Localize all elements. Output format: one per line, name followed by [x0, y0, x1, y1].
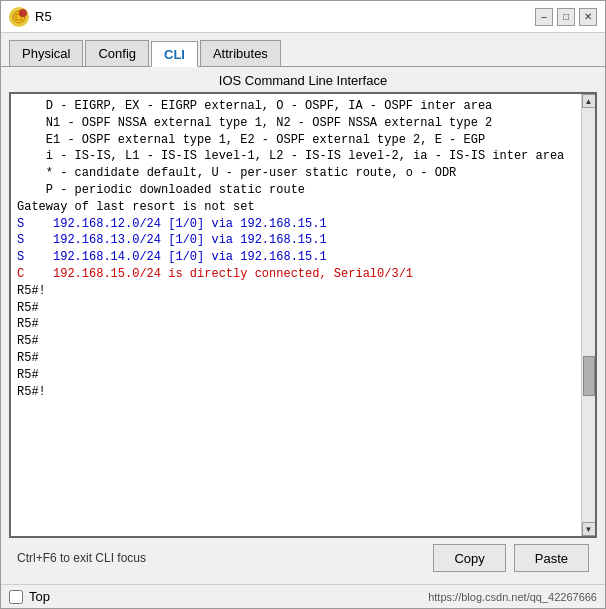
status-text: Ctrl+F6 to exit CLI focus [17, 551, 146, 565]
tab-cli[interactable]: CLI [151, 41, 198, 67]
maximize-button[interactable]: □ [557, 8, 575, 26]
window-title: R5 [35, 9, 52, 24]
svg-point-0 [13, 11, 25, 23]
tab-config[interactable]: Config [85, 40, 149, 66]
cli-output[interactable]: D - EIGRP, EX - EIGRP external, O - OSPF… [11, 94, 581, 536]
titlebar-controls: – □ ✕ [535, 8, 597, 26]
scroll-track [582, 108, 595, 522]
button-group: Copy Paste [433, 544, 589, 572]
scrollbar: ▲ ▼ [581, 94, 595, 536]
bottom-bar: Ctrl+F6 to exit CLI focus Copy Paste [9, 538, 597, 578]
section-title: IOS Command Line Interface [9, 73, 597, 88]
titlebar-left: R5 [9, 7, 52, 27]
tab-bar: Physical Config CLI Attributes [1, 33, 605, 67]
app-icon [9, 7, 29, 27]
minimize-button[interactable]: – [535, 8, 553, 26]
top-label: Top [29, 589, 50, 604]
paste-button[interactable]: Paste [514, 544, 589, 572]
scroll-thumb[interactable] [583, 356, 595, 396]
copy-button[interactable]: Copy [433, 544, 505, 572]
tab-attributes[interactable]: Attributes [200, 40, 281, 66]
scroll-up-button[interactable]: ▲ [582, 94, 596, 108]
main-window: R5 – □ ✕ Physical Config CLI Attributes … [0, 0, 606, 609]
top-checkbox-label[interactable]: Top [9, 589, 50, 604]
footer: Top https://blog.csdn.net/qq_42267666 [1, 584, 605, 608]
top-checkbox[interactable] [9, 590, 23, 604]
footer-link: https://blog.csdn.net/qq_42267666 [428, 591, 597, 603]
scroll-down-button[interactable]: ▼ [582, 522, 596, 536]
content-area: IOS Command Line Interface D - EIGRP, EX… [1, 67, 605, 584]
tab-physical[interactable]: Physical [9, 40, 83, 66]
cli-container: D - EIGRP, EX - EIGRP external, O - OSPF… [9, 92, 597, 538]
svg-point-2 [20, 11, 25, 16]
titlebar: R5 – □ ✕ [1, 1, 605, 33]
close-button[interactable]: ✕ [579, 8, 597, 26]
